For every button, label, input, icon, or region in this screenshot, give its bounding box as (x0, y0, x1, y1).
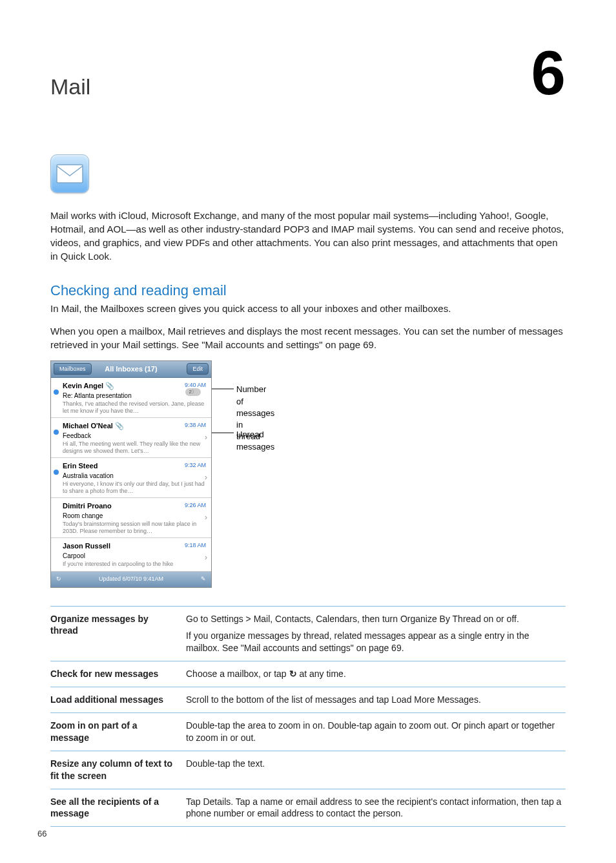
task-name: Zoom in on part of a message (50, 712, 186, 751)
chevron-right-icon: › (205, 512, 207, 523)
task-name: See all the recipients of a message (50, 789, 186, 827)
task-name: Check for new messages (50, 661, 186, 687)
chapter-number: 6 (531, 45, 566, 101)
chevron-right-icon: › (205, 552, 207, 563)
task-description: Scroll to the bottom of the list of mess… (186, 687, 566, 713)
edit-button[interactable]: Edit (187, 363, 209, 375)
toolbar: ↻ Updated 6/07/10 9:41AM ✎ (51, 572, 211, 587)
message-row[interactable]: Jason Russell9:18 AMCarpoolIf you're int… (51, 538, 211, 571)
time: 9:26 AM (185, 501, 206, 510)
time: 9:18 AM (185, 541, 206, 550)
preview: Thanks, I've attached the revised versio… (63, 400, 207, 415)
intro-paragraph: Mail works with iCloud, Microsoft Exchan… (50, 209, 566, 263)
section-sub: In Mail, the Mailboxes screen gives you … (50, 302, 566, 315)
mail-inbox-screenshot: Mailboxes All Inboxes (17) Edit Kevin An… (50, 360, 212, 587)
task-row: Check for new messagesChoose a mailbox, … (50, 661, 566, 687)
task-row: See all the recipients of a messageTap D… (50, 789, 566, 827)
time: 9:32 AM (185, 461, 206, 470)
mailboxes-back-button[interactable]: Mailboxes (54, 363, 92, 375)
preview: Today's brainstorming session will now t… (63, 521, 207, 535)
section-heading: Checking and reading email (50, 281, 566, 301)
task-name: Organize messages by thread (50, 606, 186, 661)
message-row[interactable]: Kevin Angel 📎9:40 AMRe: Atlanta presenta… (51, 378, 211, 418)
callouts: Number of messages in thread Unread mess… (212, 360, 227, 382)
chapter-title: Mail (50, 72, 90, 103)
callout-thread-count: Number of (236, 384, 274, 407)
subject: Australia vacation (63, 472, 207, 481)
task-row: Resize any column of text to fit the scr… (50, 751, 566, 789)
task-name: Resize any column of text to fit the scr… (50, 751, 186, 789)
chevron-right-icon: › (205, 432, 207, 443)
preview: Hi everyone, I know it's only our third … (63, 481, 207, 495)
time: 9:38 AM (185, 421, 206, 430)
unread-dot (54, 470, 59, 475)
callout-thread-count-2: messages in (236, 408, 274, 431)
page-number: 66 (37, 828, 46, 840)
refresh-icon[interactable]: ↻ (56, 575, 61, 583)
preview: If you're interested in carpooling to th… (63, 561, 207, 568)
message-row[interactable]: Dimitri Proano9:26 AMRoom changeToday's … (51, 498, 211, 538)
callout-unread: Unread messages (236, 429, 274, 452)
task-row: Zoom in on part of a messageDouble-tap t… (50, 712, 566, 751)
task-row: Organize messages by threadGo to Setting… (50, 606, 566, 661)
tasks-table: Organize messages by threadGo to Setting… (50, 606, 566, 827)
unread-dot (54, 430, 59, 435)
task-description: Double-tap the area to zoom in on. Doubl… (186, 712, 566, 751)
subject: Feedback (63, 432, 207, 441)
unread-dot (54, 390, 59, 395)
envelope-icon (56, 164, 83, 183)
chevron-right-icon: › (205, 472, 207, 483)
task-name: Load additional messages (50, 687, 186, 713)
svg-rect-0 (57, 165, 83, 183)
navbar-title: All Inboxes (17) (105, 364, 157, 374)
preview: Hi all, The meeting went well. They real… (63, 441, 207, 455)
task-row: Load additional messagesScroll to the bo… (50, 687, 566, 713)
compose-icon[interactable]: ✎ (201, 575, 206, 583)
thread-count-badge: 2〉 (185, 388, 201, 395)
task-description: Double-tap the text. (186, 751, 566, 789)
subject: Room change (63, 512, 207, 521)
refresh-icon: ↻ (289, 668, 297, 680)
task-description: Go to Settings > Mail, Contacts, Calenda… (186, 606, 566, 661)
task-description: Choose a mailbox, or tap ↻ at any time. (186, 661, 566, 687)
section-paragraph: When you open a mailbox, Mail retrieves … (50, 324, 566, 351)
message-row[interactable]: Erin Steed9:32 AMAustralia vacationHi ev… (51, 458, 211, 498)
task-description: Tap Details. Tap a name or email address… (186, 789, 566, 827)
message-row[interactable]: Michael O'Neal 📎9:38 AMFeedbackHi all, T… (51, 418, 211, 458)
status-text: Updated 6/07/10 9:41AM (99, 575, 163, 583)
subject: Carpool (63, 552, 207, 561)
navbar: Mailboxes All Inboxes (17) Edit (51, 361, 211, 378)
mail-app-icon (50, 154, 89, 193)
